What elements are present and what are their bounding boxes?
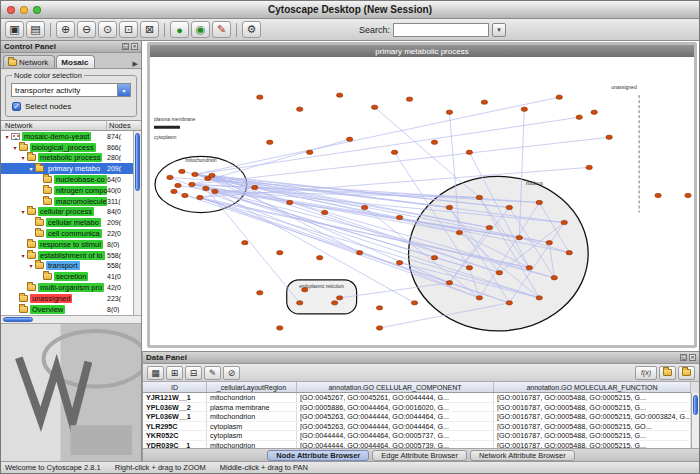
graph-node[interactable] <box>431 255 437 259</box>
vizmapper-icon[interactable]: ◉ <box>191 21 210 38</box>
graph-node[interactable] <box>302 288 308 292</box>
float-panel-icon[interactable]: ◱ <box>122 43 129 50</box>
create-attribute-icon[interactable]: ⊞ <box>166 366 183 380</box>
close-window-icon[interactable] <box>7 6 15 14</box>
zoom-in-icon[interactable]: ⊕ <box>56 21 75 38</box>
tree-header-nodes[interactable]: Nodes <box>107 121 141 130</box>
graph-node[interactable] <box>466 266 472 270</box>
search-dropdown-icon[interactable]: ▾ <box>492 23 506 37</box>
clear-attribute-icon[interactable]: ⊘ <box>223 366 240 380</box>
graph-node[interactable] <box>521 107 527 111</box>
graph-node[interactable] <box>376 306 382 310</box>
function-builder-icon[interactable]: f(x) <box>635 366 657 380</box>
tree-item[interactable]: ▾metabolic process280( <box>1 153 133 164</box>
graph-node[interactable] <box>466 150 472 154</box>
graph-node[interactable] <box>481 100 487 104</box>
graph-node[interactable] <box>446 281 452 285</box>
column-header[interactable]: annotation.GO CELLULAR_COMPONENT <box>297 382 494 392</box>
graph-node[interactable] <box>189 182 195 186</box>
tab-mosaic[interactable]: Mosaic <box>56 55 95 68</box>
search-input[interactable] <box>393 23 489 37</box>
tab-overflow-icon[interactable]: ▶ <box>130 60 141 68</box>
graph-node[interactable] <box>209 173 215 177</box>
graph-node[interactable] <box>576 115 582 119</box>
graph-node[interactable] <box>257 291 263 295</box>
graph-node[interactable] <box>551 276 557 280</box>
graph-node[interactable] <box>446 110 452 114</box>
graph-node[interactable] <box>267 140 273 144</box>
close-panel-icon[interactable]: ✕ <box>689 354 696 361</box>
float-panel-icon[interactable]: ◱ <box>680 354 687 361</box>
graph-node[interactable] <box>361 205 367 209</box>
graph-node[interactable] <box>536 200 542 204</box>
expander-icon[interactable]: ▾ <box>3 133 11 140</box>
zoom-out-icon[interactable]: ⊖ <box>77 21 96 38</box>
column-header[interactable]: annotation.GO MOLECULAR_FUNCTION <box>494 382 691 392</box>
graph-node[interactable] <box>287 200 293 204</box>
graph-node[interactable] <box>307 150 313 154</box>
graph-node[interactable] <box>606 135 612 139</box>
tree-item[interactable]: nitrogen compo40(0 <box>1 185 133 196</box>
zoom-actual-icon[interactable]: ⊙ <box>98 21 117 38</box>
graph-node[interactable] <box>506 301 512 305</box>
tab-node-attribute-browser[interactable]: Node Attribute Browser <box>267 450 369 461</box>
graph-node[interactable] <box>346 137 352 141</box>
tab-network[interactable]: Network <box>3 55 55 68</box>
graph-node[interactable] <box>411 301 417 305</box>
tree-item[interactable]: ▾transport558( <box>1 261 133 272</box>
graph-node[interactable] <box>591 110 597 114</box>
graph-node[interactable] <box>331 301 337 305</box>
graph-node[interactable] <box>192 172 198 176</box>
dropdown-arrow-icon[interactable]: ▾ <box>117 84 130 96</box>
tree-item[interactable]: multi-organism pro42(0 <box>1 282 133 293</box>
network-view-titlebar[interactable]: primary metabolic process <box>150 45 694 57</box>
table-row[interactable]: YPL036W__1mitochondrion[GO:0045263, GO:0… <box>143 412 691 422</box>
graph-node[interactable] <box>167 175 173 179</box>
table-row[interactable]: YPL036W__2plasma membrane[GO:0005886, GO… <box>143 403 691 413</box>
expander-icon[interactable]: ▾ <box>11 144 19 151</box>
mitochondrion-region[interactable] <box>155 156 247 212</box>
zoom-window-icon[interactable] <box>33 6 41 14</box>
graph-node[interactable] <box>316 255 322 259</box>
tree-horizontal-scrollbar[interactable] <box>1 315 141 324</box>
graph-node[interactable] <box>321 210 327 214</box>
table-row[interactable]: YLR295Ccytoplasm[GO:0045263, GO:0044444,… <box>143 422 691 432</box>
graph-node[interactable] <box>336 296 342 300</box>
graph-node[interactable] <box>685 193 691 197</box>
import-attributes-icon[interactable] <box>659 366 676 380</box>
settings-icon[interactable]: ⚙ <box>242 21 261 38</box>
tree-item[interactable]: macromolecule311( <box>1 196 133 207</box>
graph-node[interactable] <box>371 105 377 109</box>
expander-icon[interactable]: ▾ <box>19 154 27 161</box>
annotation-icon[interactable]: ✎ <box>212 21 231 38</box>
graph-node[interactable] <box>182 193 188 197</box>
column-header[interactable]: _cellularLayoutRegion <box>207 382 297 392</box>
table-scrollbar[interactable] <box>691 393 699 448</box>
graph-node[interactable] <box>476 195 482 199</box>
graph-node[interactable] <box>566 250 572 254</box>
graph-node[interactable] <box>391 150 397 154</box>
graph-node[interactable] <box>546 240 552 244</box>
graph-node[interactable] <box>516 235 522 239</box>
graph-node[interactable] <box>277 326 283 330</box>
graph-node[interactable] <box>431 140 437 144</box>
graph-node[interactable] <box>446 205 452 209</box>
expander-icon[interactable]: ▾ <box>19 208 27 215</box>
graph-node[interactable] <box>655 193 661 197</box>
table-row[interactable]: YDR039C__1mitochondrion[GO:0044444, GO:0… <box>143 441 691 448</box>
graph-node[interactable] <box>171 189 177 193</box>
tree-item[interactable]: unassigned223( <box>1 293 133 304</box>
select-attributes-icon[interactable]: ▦ <box>147 366 164 380</box>
graph-node[interactable] <box>257 95 263 99</box>
graph-node[interactable] <box>526 266 532 270</box>
panel-toggle-icon[interactable]: ▤ <box>26 21 45 38</box>
save-icon[interactable]: ▣ <box>5 21 24 38</box>
graph-node[interactable] <box>376 326 382 330</box>
tree-item[interactable]: response to stimul8(0) <box>1 239 133 250</box>
graph-node[interactable] <box>396 215 402 219</box>
zoom-selected-icon[interactable]: ⊠ <box>140 21 159 38</box>
graph-node[interactable] <box>197 195 203 199</box>
minimize-window-icon[interactable] <box>20 6 28 14</box>
export-attributes-icon[interactable] <box>678 366 695 380</box>
graph-node[interactable] <box>506 205 512 209</box>
